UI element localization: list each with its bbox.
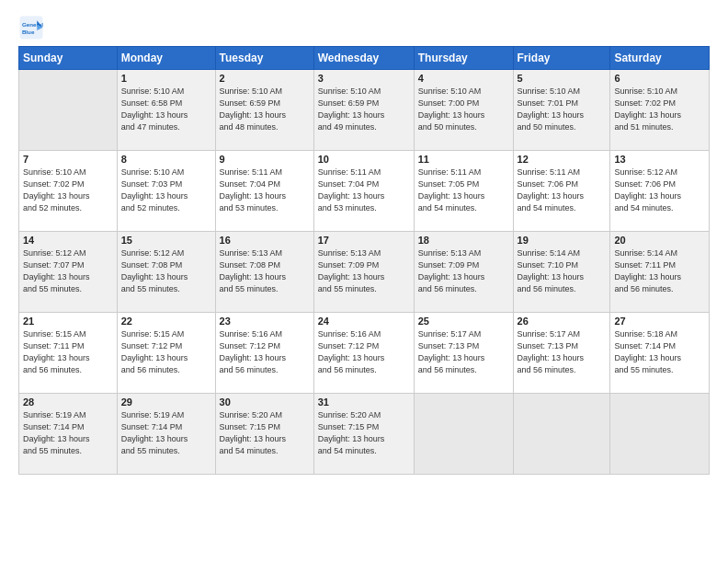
day-number: 12 xyxy=(518,154,607,165)
day-info: Sunrise: 5:15 AM Sunset: 7:11 PM Dayligh… xyxy=(23,328,113,376)
weekday-header-sunday: Sunday xyxy=(19,47,118,70)
calendar-cell: 10Sunrise: 5:11 AM Sunset: 7:04 PM Dayli… xyxy=(313,151,414,232)
page: General Blue SundayMondayTuesdayWednesda… xyxy=(0,0,728,563)
day-number: 19 xyxy=(518,235,607,246)
day-info: Sunrise: 5:20 AM Sunset: 7:15 PM Dayligh… xyxy=(220,409,310,457)
day-info: Sunrise: 5:19 AM Sunset: 7:14 PM Dayligh… xyxy=(23,409,113,457)
calendar-cell: 2Sunrise: 5:10 AM Sunset: 6:59 PM Daylig… xyxy=(215,70,313,151)
calendar-cell: 27Sunrise: 5:18 AM Sunset: 7:14 PM Dayli… xyxy=(610,313,710,394)
day-info: Sunrise: 5:14 AM Sunset: 7:11 PM Dayligh… xyxy=(614,247,705,295)
calendar-cell: 24Sunrise: 5:16 AM Sunset: 7:12 PM Dayli… xyxy=(313,313,414,394)
day-info: Sunrise: 5:18 AM Sunset: 7:14 PM Dayligh… xyxy=(614,328,705,376)
day-info: Sunrise: 5:12 AM Sunset: 7:07 PM Dayligh… xyxy=(23,247,113,295)
calendar-cell: 11Sunrise: 5:11 AM Sunset: 7:05 PM Dayli… xyxy=(414,151,513,232)
calendar-cell: 15Sunrise: 5:12 AM Sunset: 7:08 PM Dayli… xyxy=(117,232,215,313)
calendar-cell: 22Sunrise: 5:15 AM Sunset: 7:12 PM Dayli… xyxy=(117,313,215,394)
day-number: 17 xyxy=(318,235,410,246)
day-info: Sunrise: 5:15 AM Sunset: 7:12 PM Dayligh… xyxy=(121,328,211,376)
calendar-cell xyxy=(513,394,610,475)
calendar-cell: 8Sunrise: 5:10 AM Sunset: 7:03 PM Daylig… xyxy=(117,151,215,232)
day-info: Sunrise: 5:17 AM Sunset: 7:13 PM Dayligh… xyxy=(418,328,509,376)
calendar-cell: 7Sunrise: 5:10 AM Sunset: 7:02 PM Daylig… xyxy=(19,151,118,232)
calendar-cell: 29Sunrise: 5:19 AM Sunset: 7:14 PM Dayli… xyxy=(117,394,215,475)
calendar-week-3: 14Sunrise: 5:12 AM Sunset: 7:07 PM Dayli… xyxy=(19,232,710,313)
day-info: Sunrise: 5:19 AM Sunset: 7:14 PM Dayligh… xyxy=(121,409,211,457)
calendar-cell: 16Sunrise: 5:13 AM Sunset: 7:08 PM Dayli… xyxy=(215,232,313,313)
day-number: 21 xyxy=(23,316,113,327)
calendar-week-2: 7Sunrise: 5:10 AM Sunset: 7:02 PM Daylig… xyxy=(19,151,710,232)
calendar-cell: 14Sunrise: 5:12 AM Sunset: 7:07 PM Dayli… xyxy=(19,232,118,313)
calendar-cell xyxy=(414,394,513,475)
day-number: 13 xyxy=(614,154,705,165)
day-number: 15 xyxy=(121,235,211,246)
weekday-header-monday: Monday xyxy=(117,47,215,70)
day-number: 22 xyxy=(121,316,211,327)
day-info: Sunrise: 5:10 AM Sunset: 7:02 PM Dayligh… xyxy=(23,167,113,214)
day-info: Sunrise: 5:11 AM Sunset: 7:06 PM Dayligh… xyxy=(518,167,607,214)
day-number: 3 xyxy=(318,73,410,84)
weekday-header-friday: Friday xyxy=(513,47,610,70)
calendar-cell: 19Sunrise: 5:14 AM Sunset: 7:10 PM Dayli… xyxy=(513,232,610,313)
day-info: Sunrise: 5:14 AM Sunset: 7:10 PM Dayligh… xyxy=(518,247,607,295)
day-info: Sunrise: 5:10 AM Sunset: 6:58 PM Dayligh… xyxy=(121,86,211,133)
day-number: 24 xyxy=(318,316,410,327)
day-number: 16 xyxy=(220,235,310,246)
weekday-header-thursday: Thursday xyxy=(414,47,513,70)
day-number: 28 xyxy=(23,396,113,408)
day-info: Sunrise: 5:11 AM Sunset: 7:05 PM Dayligh… xyxy=(418,167,509,214)
calendar-cell: 23Sunrise: 5:16 AM Sunset: 7:12 PM Dayli… xyxy=(215,313,313,394)
day-number: 31 xyxy=(318,396,410,408)
calendar-cell: 1Sunrise: 5:10 AM Sunset: 6:58 PM Daylig… xyxy=(117,70,215,151)
day-info: Sunrise: 5:13 AM Sunset: 7:09 PM Dayligh… xyxy=(318,247,410,295)
day-info: Sunrise: 5:10 AM Sunset: 6:59 PM Dayligh… xyxy=(220,86,310,133)
day-number: 25 xyxy=(418,316,509,327)
day-number: 27 xyxy=(614,316,705,327)
day-number: 5 xyxy=(518,73,607,84)
day-info: Sunrise: 5:10 AM Sunset: 7:03 PM Dayligh… xyxy=(121,167,211,214)
day-info: Sunrise: 5:17 AM Sunset: 7:13 PM Dayligh… xyxy=(518,328,607,376)
calendar-cell xyxy=(19,70,118,151)
calendar-cell: 17Sunrise: 5:13 AM Sunset: 7:09 PM Dayli… xyxy=(313,232,414,313)
weekday-header-wednesday: Wednesday xyxy=(313,47,414,70)
day-info: Sunrise: 5:12 AM Sunset: 7:08 PM Dayligh… xyxy=(121,247,211,295)
calendar-cell: 13Sunrise: 5:12 AM Sunset: 7:06 PM Dayli… xyxy=(610,151,710,232)
calendar-table: SundayMondayTuesdayWednesdayThursdayFrid… xyxy=(18,46,710,475)
day-number: 1 xyxy=(121,73,211,84)
calendar-week-5: 28Sunrise: 5:19 AM Sunset: 7:14 PM Dayli… xyxy=(19,394,710,475)
day-info: Sunrise: 5:13 AM Sunset: 7:09 PM Dayligh… xyxy=(418,247,509,295)
day-info: Sunrise: 5:10 AM Sunset: 7:02 PM Dayligh… xyxy=(614,86,705,133)
day-number: 18 xyxy=(418,235,509,246)
day-info: Sunrise: 5:13 AM Sunset: 7:08 PM Dayligh… xyxy=(220,247,310,295)
day-number: 23 xyxy=(220,316,310,327)
day-info: Sunrise: 5:16 AM Sunset: 7:12 PM Dayligh… xyxy=(220,328,310,376)
calendar-cell: 18Sunrise: 5:13 AM Sunset: 7:09 PM Dayli… xyxy=(414,232,513,313)
calendar-cell: 26Sunrise: 5:17 AM Sunset: 7:13 PM Dayli… xyxy=(513,313,610,394)
day-number: 29 xyxy=(121,396,211,408)
day-info: Sunrise: 5:10 AM Sunset: 7:00 PM Dayligh… xyxy=(418,86,509,133)
weekday-header-tuesday: Tuesday xyxy=(215,47,313,70)
day-number: 14 xyxy=(23,235,113,246)
calendar-cell: 30Sunrise: 5:20 AM Sunset: 7:15 PM Dayli… xyxy=(215,394,313,475)
calendar-cell: 6Sunrise: 5:10 AM Sunset: 7:02 PM Daylig… xyxy=(610,70,710,151)
calendar-cell: 21Sunrise: 5:15 AM Sunset: 7:11 PM Dayli… xyxy=(19,313,118,394)
day-number: 7 xyxy=(23,154,113,165)
logo: General Blue xyxy=(18,15,48,40)
day-info: Sunrise: 5:12 AM Sunset: 7:06 PM Dayligh… xyxy=(614,167,705,214)
day-number: 4 xyxy=(418,73,509,84)
header: General Blue xyxy=(18,15,710,40)
calendar-cell xyxy=(610,394,710,475)
calendar-cell: 5Sunrise: 5:10 AM Sunset: 7:01 PM Daylig… xyxy=(513,70,610,151)
day-number: 10 xyxy=(318,154,410,165)
calendar-week-4: 21Sunrise: 5:15 AM Sunset: 7:11 PM Dayli… xyxy=(19,313,710,394)
day-info: Sunrise: 5:16 AM Sunset: 7:12 PM Dayligh… xyxy=(318,328,410,376)
weekday-header-row: SundayMondayTuesdayWednesdayThursdayFrid… xyxy=(19,47,710,70)
calendar-cell: 9Sunrise: 5:11 AM Sunset: 7:04 PM Daylig… xyxy=(215,151,313,232)
calendar-cell: 20Sunrise: 5:14 AM Sunset: 7:11 PM Dayli… xyxy=(610,232,710,313)
calendar-cell: 25Sunrise: 5:17 AM Sunset: 7:13 PM Dayli… xyxy=(414,313,513,394)
day-info: Sunrise: 5:11 AM Sunset: 7:04 PM Dayligh… xyxy=(318,167,410,214)
calendar-cell: 3Sunrise: 5:10 AM Sunset: 6:59 PM Daylig… xyxy=(313,70,414,151)
day-number: 6 xyxy=(614,73,705,84)
calendar-cell: 31Sunrise: 5:20 AM Sunset: 7:15 PM Dayli… xyxy=(313,394,414,475)
day-number: 26 xyxy=(518,316,607,327)
day-number: 30 xyxy=(220,396,310,408)
